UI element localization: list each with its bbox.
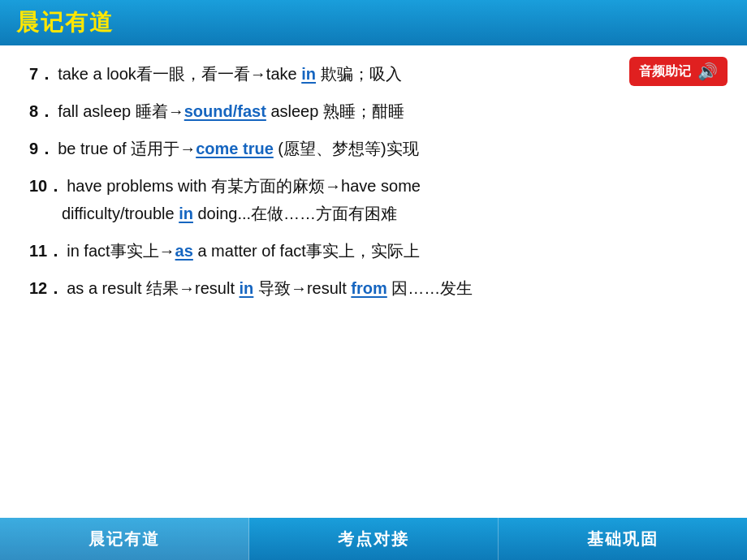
item-9-after: (愿望、梦想等)实现 bbox=[274, 140, 419, 157]
item-8-before: fall asleep 睡着→ bbox=[58, 102, 184, 120]
item-12-num: 12． bbox=[29, 279, 63, 297]
item-10-line1: 10．have problems with 有某方面的麻烦→have some bbox=[29, 172, 718, 200]
item-12-blank1: in bbox=[240, 279, 254, 297]
item-11-after: a matter of fact事实上，实际上 bbox=[193, 242, 420, 260]
item-7-after: 欺骗；吸入 bbox=[316, 65, 402, 83]
item-10-line2-after: doing...在做……方面有困难 bbox=[193, 205, 397, 222]
item-11-before: in fact事实上→ bbox=[67, 242, 175, 260]
item-8: 8．fall asleep 睡着→sound/fast asleep 熟睡；酣睡 bbox=[29, 97, 718, 125]
item-12-line: 12．as a result 结果→result in 导致→result fr… bbox=[29, 274, 718, 302]
item-12-before: as a result 结果→result bbox=[67, 279, 239, 297]
item-8-num: 8． bbox=[29, 102, 54, 120]
item-7-num: 7． bbox=[29, 65, 54, 83]
footer-tab-keypoints[interactable]: 考点对接 bbox=[249, 518, 499, 560]
item-12-after: 因……发生 bbox=[387, 279, 473, 297]
item-10-line1-text: have problems with 有某方面的麻烦→have some bbox=[67, 177, 421, 195]
item-10-num: 10． bbox=[29, 177, 63, 195]
audio-button[interactable]: 音频助记 🔊 bbox=[629, 57, 728, 86]
item-12: 12．as a result 结果→result in 导致→result fr… bbox=[29, 274, 718, 302]
header-title: 晨记有道 bbox=[16, 7, 114, 38]
item-9-num: 9． bbox=[29, 140, 54, 157]
footer-tab-morning[interactable]: 晨记有道 bbox=[0, 518, 249, 560]
item-8-blank: sound/fast bbox=[184, 102, 266, 120]
item-12-blank2: from bbox=[351, 279, 386, 297]
item-9-before: be true of 适用于→ bbox=[58, 140, 196, 157]
item-8-line: 8．fall asleep 睡着→sound/fast asleep 熟睡；酣睡 bbox=[29, 97, 718, 125]
audio-label: 音频助记 bbox=[639, 63, 691, 80]
item-10-blank: in bbox=[179, 205, 193, 222]
item-7-line: 7．take a look看一眼，看一看→take in 欺骗；吸入 bbox=[29, 60, 718, 88]
item-10-line2-before: difficulty/trouble bbox=[62, 205, 179, 222]
item-11-blank: as bbox=[175, 242, 193, 260]
main-content: 音频助记 🔊 7．take a look看一眼，看一看→take in 欺骗；吸… bbox=[0, 45, 747, 516]
item-9-blank: come true bbox=[196, 140, 274, 157]
footer-tab-basics[interactable]: 基础巩固 bbox=[499, 518, 747, 560]
item-7-blank: in bbox=[301, 65, 316, 83]
item-11: 11．in fact事实上→as a matter of fact事实上，实际上 bbox=[29, 237, 718, 265]
item-7: 7．take a look看一眼，看一看→take in 欺骗；吸入 bbox=[29, 60, 718, 88]
item-9-line: 9．be true of 适用于→come true (愿望、梦想等)实现 bbox=[29, 135, 718, 162]
item-12-mid: 导致→result bbox=[253, 279, 351, 297]
footer: 晨记有道 考点对接 基础巩固 bbox=[0, 518, 747, 560]
item-7-before: take a look看一眼，看一看→take bbox=[58, 65, 301, 83]
item-9: 9．be true of 适用于→come true (愿望、梦想等)实现 bbox=[29, 135, 718, 162]
speaker-icon: 🔊 bbox=[697, 62, 718, 81]
item-11-num: 11． bbox=[29, 242, 63, 260]
item-10: 10．have problems with 有某方面的麻烦→have some … bbox=[29, 172, 718, 227]
item-10-line2: difficulty/trouble in doing...在做……方面有困难 bbox=[29, 200, 718, 227]
header: 晨记有道 bbox=[0, 0, 747, 45]
item-11-line: 11．in fact事实上→as a matter of fact事实上，实际上 bbox=[29, 237, 718, 265]
item-8-after: asleep 熟睡；酣睡 bbox=[266, 102, 404, 120]
